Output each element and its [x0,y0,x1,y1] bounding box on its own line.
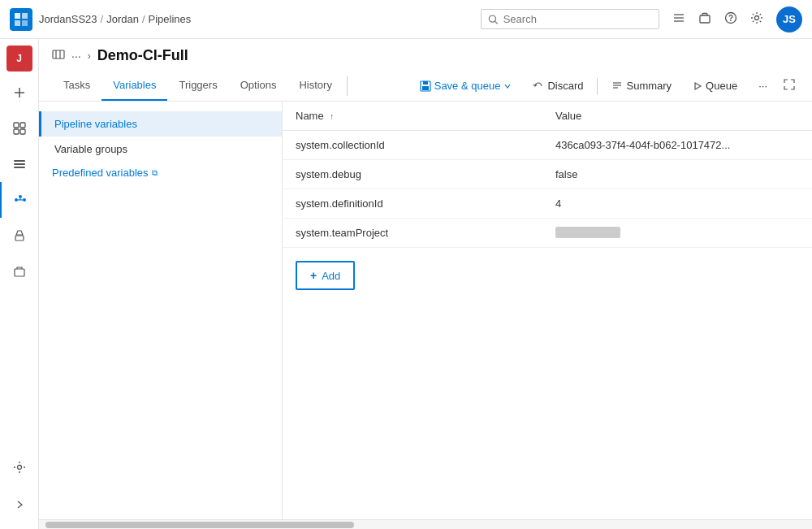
svg-rect-16 [20,123,25,128]
svg-point-23 [19,195,22,198]
summary-label: Summary [626,80,672,92]
search-icon [488,14,499,25]
save-icon [420,80,431,92]
tab-history[interactable]: History [287,71,343,101]
sidebar-item-boards[interactable] [0,146,39,182]
svg-rect-34 [423,81,428,85]
svg-rect-35 [422,86,429,90]
variable-name-cell: system.definitionId [283,189,542,219]
svg-rect-27 [15,236,24,241]
save-queue-label: Save & queue [434,80,501,92]
toolbar: Save & queue Discard [411,75,799,97]
right-panel: Name ↑ Value system.collectionId436ca093… [283,102,812,519]
table-row: system.debugfalse [283,160,812,189]
main-layout: J [0,39,812,529]
variable-value-cell: •••••••• [542,219,812,248]
more-button[interactable]: ··· [749,75,776,97]
breadcrumb-pipelines[interactable]: Pipelines [149,13,192,25]
header-chevron-icon: › [88,50,91,62]
sidebar-settings-icon[interactable] [0,449,39,485]
variable-value-cell: 4 [542,189,812,219]
svg-rect-21 [14,167,25,168]
svg-rect-1 [22,13,28,19]
app-logo[interactable] [10,8,32,31]
list-icon[interactable] [672,11,685,28]
panel-item-variable-groups[interactable]: Variable groups [39,137,282,162]
user-avatar[interactable]: JS [776,7,802,33]
expand-button[interactable] [780,75,799,97]
svg-rect-9 [700,15,710,23]
sidebar-item-add[interactable] [0,75,39,111]
breadcrumb: JordanSS23 / Jordan / Pipelines [39,13,474,25]
nav-icons: ? JS [672,7,802,33]
dropdown-chevron-icon [503,82,512,90]
settings-icon[interactable] [750,11,763,28]
search-input[interactable] [503,13,652,25]
queue-button[interactable]: Queue [684,75,746,97]
save-queue-button[interactable]: Save & queue [411,75,521,97]
sidebar-item-testplans[interactable] [0,218,39,254]
summary-icon [611,80,623,92]
scroll-thumb[interactable] [45,522,354,528]
left-sidebar: J [0,39,39,529]
help-icon[interactable]: ? [724,11,737,28]
variable-value-cell: false [542,160,812,189]
svg-rect-20 [14,163,25,165]
summary-button[interactable]: Summary [603,75,680,97]
discard-button[interactable]: Discard [524,75,592,97]
content-area: ··· › Demo-CI-Full Tasks Variables Trigg… [39,39,812,529]
tab-options[interactable]: Options [229,71,288,101]
add-variable-button[interactable]: + Add [296,261,355,290]
svg-rect-30 [53,50,64,59]
sidebar-item-overview[interactable] [0,111,39,146]
briefcase-icon[interactable] [698,11,711,28]
svg-point-29 [17,466,21,470]
play-icon [693,81,702,91]
sidebar-item-pipelines[interactable] [0,182,39,218]
discard-icon [533,80,544,92]
tabs: Tasks Variables Triggers Options History [52,71,343,101]
breadcrumb-sep-2: / [142,13,145,25]
column-value-header: Value [542,102,812,131]
discard-label: Discard [547,80,583,92]
add-button-container: + Add [283,248,812,303]
panel-item-pipeline-variables[interactable]: Pipeline variables [39,111,282,137]
svg-line-5 [495,21,498,24]
sort-ascending-icon: ↑ [330,112,334,121]
column-name-header[interactable]: Name ↑ [283,102,542,131]
table-row: system.definitionId4 [283,189,812,219]
breadcrumb-sep-1: / [101,13,104,25]
queue-label: Queue [706,80,737,92]
variable-name-cell: system.teamProject [283,219,542,248]
svg-rect-2 [15,20,20,26]
tab-triggers[interactable]: Triggers [167,71,228,101]
predefined-variables-link-container: Predefined variables ⧉ [39,162,282,184]
tab-variables[interactable]: Variables [102,71,167,101]
sidebar-bottom [0,449,39,529]
sidebar-expand-icon[interactable] [0,487,39,522]
more-label: ··· [758,80,767,92]
tab-bar: Tasks Variables Triggers Options History… [39,71,812,102]
tab-tasks[interactable]: Tasks [52,71,102,101]
svg-rect-0 [15,13,20,19]
table-row: system.collectionId436ca093-37f4-404f-b0… [283,131,812,160]
page-header: ··· › Demo-CI-Full [39,39,812,64]
breadcrumb-project[interactable]: Jordan [106,13,139,25]
predefined-variables-link[interactable]: Predefined variables [52,167,149,179]
svg-rect-28 [15,269,24,276]
sidebar-project-avatar[interactable]: J [6,46,32,72]
header-more-button[interactable]: ··· [71,50,81,63]
pipeline-icon [52,48,65,64]
top-nav: JordanSS23 / Jordan / Pipelines [0,0,812,39]
breadcrumb-org[interactable]: JordanSS23 [39,13,97,25]
table-header-row: Name ↑ Value [283,102,812,131]
table-row: system.teamProject•••••••• [283,219,812,248]
horizontal-scrollbar[interactable] [39,519,812,529]
add-icon: + [310,269,317,282]
sidebar-item-artifacts[interactable] [0,254,39,289]
blurred-value: •••••••• [555,227,620,238]
search-bar[interactable] [481,9,659,29]
svg-rect-15 [14,123,19,128]
variable-name-cell: system.collectionId [283,131,542,160]
name-column-label: Name [296,110,324,122]
